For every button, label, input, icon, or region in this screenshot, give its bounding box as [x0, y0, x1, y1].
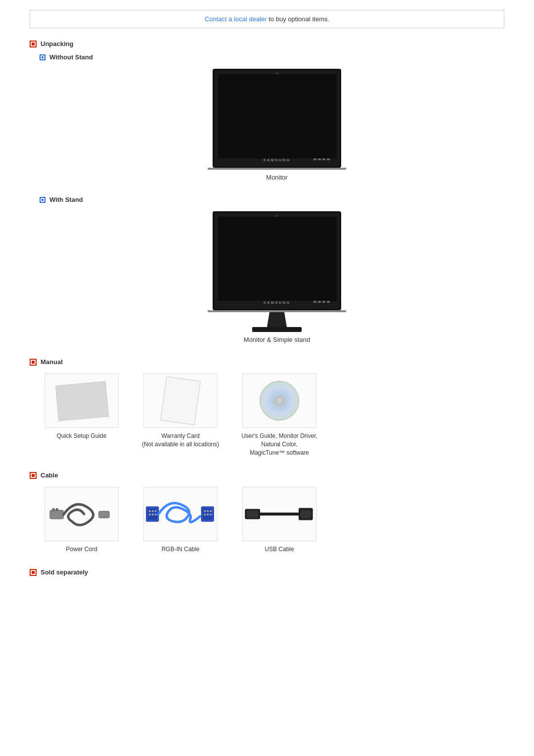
svg-rect-1 — [52, 509, 55, 512]
monitor-control-buttons-2 — [313, 301, 330, 303]
unpacking-title: Unpacking — [41, 40, 73, 47]
cable-section-header: Cable — [30, 472, 504, 479]
without-stand-container: SAMSUNG Monitor — [49, 69, 504, 181]
without-stand-header: Without Stand — [40, 53, 504, 61]
monitor-btn-8 — [327, 301, 330, 303]
with-stand-header: With Stand — [40, 196, 504, 203]
disc-label-line2: Natural Color, — [261, 441, 297, 448]
dealer-link[interactable]: Contact a local dealer — [205, 15, 267, 23]
disc-item: User's Guide, Monitor Driver, Natural Co… — [237, 374, 321, 457]
monitor-btn-1 — [313, 158, 316, 160]
monitor-brand-2: SAMSUNG — [264, 300, 291, 305]
warranty-card-image-box — [143, 374, 218, 428]
svg-point-15 — [207, 510, 209, 512]
warranty-card-item: Warranty Card (Not available in all loca… — [138, 374, 222, 449]
power-cord-label: Power Cord — [66, 545, 97, 554]
notice-bar: Contact a local dealer to buy optional i… — [30, 10, 504, 28]
svg-rect-0 — [50, 510, 64, 519]
svg-point-10 — [152, 514, 154, 516]
svg-point-8 — [155, 510, 157, 512]
unpacking-icon — [30, 41, 37, 47]
monitor-base-bar-2 — [208, 310, 346, 312]
usb-cable-item: USB Cable — [237, 487, 321, 554]
warranty-card-image — [160, 377, 201, 425]
svg-point-17 — [204, 514, 206, 516]
monitor-stand — [265, 312, 289, 327]
warranty-card-label: Warranty Card (Not available in all loca… — [142, 432, 219, 449]
unpacking-section-header: Unpacking — [30, 40, 504, 47]
rgb-cable-label: RGB-IN Cable — [162, 545, 200, 554]
monitor-btn-4 — [327, 158, 330, 160]
with-stand-container: SAMSUNG Monitor & Simple stand — [49, 211, 504, 343]
power-cord-svg — [45, 487, 118, 541]
cable-icon — [30, 472, 37, 479]
svg-point-11 — [155, 514, 157, 516]
manual-title: Manual — [41, 358, 63, 366]
monitor-btn-5 — [313, 301, 316, 303]
manual-section-header: Manual — [30, 358, 504, 366]
cable-items-grid: Power Cord — [40, 487, 504, 554]
svg-rect-21 — [247, 511, 259, 518]
svg-point-16 — [210, 510, 212, 512]
svg-point-9 — [149, 514, 151, 516]
monitor-btn-3 — [322, 158, 325, 160]
without-stand-title: Without Stand — [49, 53, 93, 61]
monitor-brand: SAMSUNG — [264, 158, 291, 162]
disc-label-line3: MagicTune™ software — [250, 449, 309, 456]
manual-icon — [30, 359, 37, 366]
svg-point-14 — [204, 510, 206, 512]
disc-label-line1: User's Guide, Monitor Driver, — [241, 432, 317, 439]
svg-marker-23 — [300, 510, 312, 518]
disc-image — [260, 381, 299, 421]
disc-label: User's Guide, Monitor Driver, Natural Co… — [241, 432, 317, 457]
usb-cable-svg — [243, 487, 316, 541]
power-cord-image-box — [44, 487, 119, 541]
power-cord-item: Power Cord — [40, 487, 124, 554]
warranty-label-line1: Warranty Card — [161, 432, 200, 439]
monitor-btn-7 — [322, 301, 325, 303]
monitor-stand-base — [252, 327, 302, 332]
sold-separately-icon — [30, 569, 37, 576]
svg-rect-2 — [56, 509, 58, 512]
monitor-with-stand-label: Monitor & Simple stand — [244, 336, 310, 343]
rgb-cable-item: RGB-IN Cable — [138, 487, 222, 554]
svg-rect-3 — [99, 511, 110, 518]
monitor-without-stand-image: SAMSUNG — [213, 69, 341, 168]
rgb-cable-image-box — [143, 487, 218, 541]
svg-point-6 — [149, 510, 151, 512]
with-stand-icon — [40, 197, 45, 203]
without-stand-icon — [40, 54, 45, 60]
monitor-without-stand-label: Monitor — [266, 174, 287, 181]
svg-point-19 — [210, 514, 212, 516]
quick-setup-guide-item: Quick Setup Guide — [40, 374, 124, 440]
svg-point-18 — [207, 514, 209, 516]
manual-items-grid: Quick Setup Guide Warranty Card (Not ava… — [40, 374, 504, 457]
disc-image-box — [242, 374, 316, 428]
quick-setup-guide-label: Quick Setup Guide — [57, 432, 107, 440]
disc-hole — [275, 397, 283, 405]
monitor-with-stand-image: SAMSUNG — [213, 211, 341, 310]
sold-separately-section-header: Sold separately — [30, 568, 504, 576]
rgb-cable-svg — [144, 487, 217, 541]
monitor-btn-2 — [318, 158, 321, 160]
monitor-control-buttons — [313, 158, 330, 160]
monitor-base-bar — [208, 168, 346, 170]
with-stand-title: With Stand — [49, 196, 83, 203]
notice-text: to buy optional items. — [267, 15, 329, 23]
monitor-btn-6 — [318, 301, 321, 303]
usb-cable-image-box — [242, 487, 316, 541]
usb-cable-label: USB Cable — [265, 545, 294, 554]
cable-title: Cable — [41, 472, 58, 479]
monitor-screen — [218, 74, 337, 158]
sold-separately-title: Sold separately — [41, 568, 88, 576]
monitor-screen-2 — [218, 217, 337, 301]
svg-point-7 — [152, 510, 154, 512]
quick-setup-guide-image-box — [44, 374, 119, 428]
quick-setup-guide-image — [55, 381, 108, 420]
warranty-label-line2: (Not available in all locations) — [142, 441, 219, 448]
